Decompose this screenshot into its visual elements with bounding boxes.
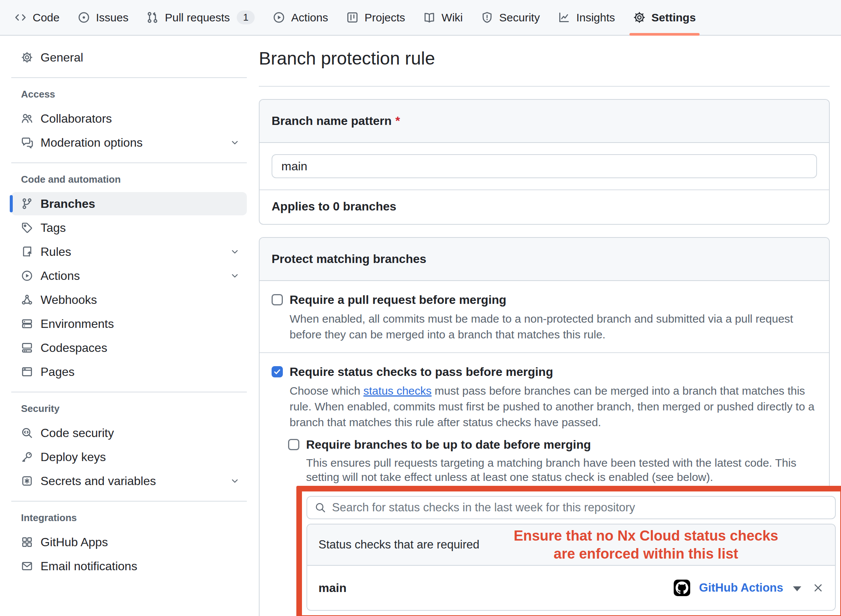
github-actions-link[interactable]: GitHub Actions: [699, 581, 783, 595]
require-up-to-date-label: Require branches to be up to date before…: [306, 437, 591, 452]
search-icon: [315, 502, 326, 513]
sidebar-item-environments[interactable]: Environments: [11, 312, 247, 335]
status-check-search-field[interactable]: [306, 496, 836, 519]
sidebar-section-integrations: Integrations: [11, 510, 247, 530]
applies-to-branches-text: Applies to 0 branches: [260, 189, 829, 224]
require-status-checks-label: Require status checks to pass before mer…: [290, 364, 553, 379]
sidebar-item-label: Tags: [41, 221, 66, 235]
branch-protection-main: Branch protection rule Branch name patte…: [259, 36, 830, 616]
app-dropdown-caret[interactable]: [793, 586, 801, 591]
require-pull-request-checkbox[interactable]: [272, 294, 283, 305]
tab-label: Insights: [576, 11, 615, 24]
tab-security[interactable]: Security: [472, 0, 549, 35]
sidebar-item-actions[interactable]: Actions: [11, 264, 247, 287]
tab-wiki[interactable]: Wiki: [414, 0, 472, 35]
required-status-checks-list: Status checks that are required Ensure t…: [306, 524, 836, 611]
sidebar-item-deploy-keys[interactable]: Deploy keys: [11, 445, 247, 469]
sidebar-item-rules[interactable]: Rules: [11, 240, 247, 263]
require-status-checks-checkbox[interactable]: [272, 366, 283, 377]
comment-discussion-icon: [21, 137, 33, 149]
sidebar-item-moderation-options[interactable]: Moderation options: [11, 131, 247, 154]
chevron-down-icon: [230, 476, 240, 486]
sidebar-item-label: Collaborators: [41, 112, 112, 126]
people-icon: [21, 113, 33, 125]
tab-label: Settings: [652, 11, 696, 24]
tab-projects[interactable]: Projects: [337, 0, 414, 35]
repo-tab-bar: Code Issues Pull requests 1 Actions Proj…: [0, 0, 841, 36]
status-checks-link[interactable]: status checks: [363, 385, 432, 397]
status-checks-list-header: Status checks that are required Ensure t…: [307, 524, 835, 566]
chevron-down-icon: [230, 137, 240, 148]
tab-code[interactable]: Code: [5, 0, 69, 35]
sidebar-item-github-apps[interactable]: GitHub Apps: [11, 530, 247, 554]
require-pull-request-label: Require a pull request before merging: [290, 292, 506, 307]
title-divider: [259, 86, 830, 87]
sidebar-section-access: Access: [11, 86, 247, 106]
annotation-highlight-box: Status checks that are required Ensure t…: [296, 486, 841, 616]
issue-opened-icon: [78, 11, 90, 24]
description-text: Choose which: [290, 385, 363, 397]
tab-label: Issues: [96, 11, 129, 24]
sidebar-item-codespaces[interactable]: Codespaces: [11, 336, 247, 359]
code-scan-icon: [21, 427, 33, 439]
check-icon: [273, 368, 281, 376]
tab-insights[interactable]: Insights: [549, 0, 624, 35]
graph-icon: [558, 11, 570, 24]
apps-grid-icon: [21, 536, 33, 548]
remove-status-check-icon[interactable]: [812, 582, 824, 593]
sidebar-item-code-security[interactable]: Code security: [11, 421, 247, 445]
pull-requests-count-badge: 1: [237, 11, 255, 24]
rules-icon: [21, 246, 33, 258]
sidebar-item-collaborators[interactable]: Collaborators: [11, 107, 247, 130]
branch-name-pattern-card: Branch name pattern* Applies to 0 branch…: [259, 99, 830, 225]
required-asterisk: *: [395, 114, 400, 128]
tab-actions[interactable]: Actions: [264, 0, 337, 35]
sidebar-item-label: Code security: [41, 426, 114, 440]
tab-label: Code: [33, 11, 60, 24]
play-icon: [273, 11, 285, 24]
rule-require-pull-request: Require a pull request before merging Wh…: [260, 281, 829, 352]
gear-icon: [633, 11, 646, 24]
sidebar-item-webhooks[interactable]: Webhooks: [11, 288, 247, 311]
sidebar-item-tags[interactable]: Tags: [11, 216, 247, 239]
rule-require-up-to-date: Require branches to be up to date before…: [288, 437, 817, 616]
mail-icon: [21, 560, 33, 572]
sidebar-section-security: Security: [11, 401, 247, 421]
page-title: Branch protection rule: [259, 47, 830, 70]
sidebar-divider: [11, 392, 247, 392]
protect-matching-branches-header: Protect matching branches: [260, 238, 829, 281]
sidebar-item-label: GitHub Apps: [41, 535, 108, 549]
tab-pull-requests[interactable]: Pull requests 1: [137, 0, 264, 35]
branch-name-pattern-body: [260, 143, 829, 189]
sidebar-item-general[interactable]: General: [11, 46, 247, 69]
status-check-row-main: main GitHub Actions: [307, 566, 835, 610]
github-actions-avatar: [674, 580, 690, 596]
tab-label: Projects: [365, 11, 405, 24]
require-up-to-date-checkbox[interactable]: [288, 439, 299, 450]
settings-sidebar: General Access Collaborators Moderation …: [11, 45, 247, 578]
git-pull-request-icon: [146, 11, 159, 24]
sidebar-item-label: Actions: [41, 269, 80, 283]
annotation-line-1: Ensure that no Nx Cloud status checks: [479, 527, 812, 545]
code-icon: [14, 11, 27, 24]
tab-label: Security: [499, 11, 540, 24]
branch-name-pattern-label: Branch name pattern: [272, 114, 392, 128]
sidebar-item-label: Environments: [41, 317, 114, 331]
tab-settings[interactable]: Settings: [624, 0, 705, 35]
asterisk-box-icon: [21, 475, 33, 487]
require-status-checks-description: Choose which status checks must pass bef…: [290, 383, 815, 430]
branch-name-pattern-input[interactable]: [272, 154, 817, 178]
tab-issues[interactable]: Issues: [69, 0, 138, 35]
sidebar-item-branches[interactable]: Branches: [11, 192, 247, 215]
status-check-search-input[interactable]: [332, 501, 827, 514]
sidebar-item-label: Secrets and variables: [41, 474, 156, 488]
sidebar-item-secrets-and-variables[interactable]: Secrets and variables: [11, 469, 247, 493]
branch-name-pattern-header: Branch name pattern*: [260, 100, 829, 143]
sidebar-item-email-notifications[interactable]: Email notifications: [11, 554, 247, 578]
sidebar-item-label: General: [41, 51, 83, 65]
browser-icon: [21, 366, 33, 378]
sidebar-item-pages[interactable]: Pages: [11, 360, 247, 383]
rule-require-status-checks: Require status checks to pass before mer…: [260, 352, 829, 616]
require-up-to-date-description: This ensures pull requests targeting a m…: [306, 456, 816, 484]
gear-icon: [21, 51, 33, 63]
